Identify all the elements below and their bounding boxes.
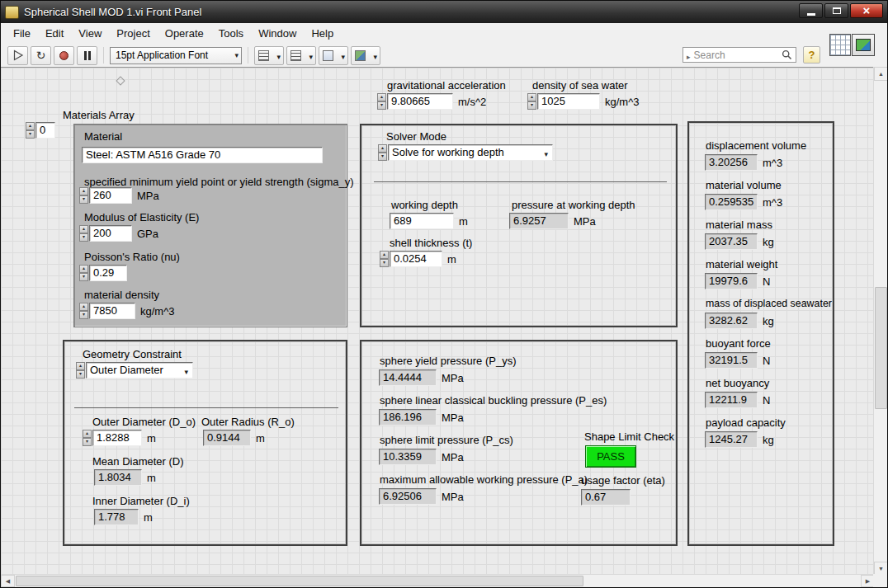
menu-view[interactable]: View	[71, 24, 109, 43]
material-name-value[interactable]: Steel: ASTM A516 Grade 70	[82, 147, 323, 163]
horizontal-scrollbar[interactable]: ◀ ▶	[1, 574, 875, 587]
array-index-spinner[interactable]	[26, 122, 35, 139]
payload-capacity-indicator: 1245.27 kg	[705, 431, 774, 448]
material-name-control[interactable]: Steel: ASTM A516 Grade 70	[82, 147, 323, 163]
solver-mode-spinner[interactable]	[378, 144, 387, 161]
outer-radius-unit: m	[256, 432, 265, 445]
vertical-scrollbar[interactable]: ▲ ▼	[873, 67, 887, 576]
solver-mode-ring[interactable]: Solve for working depth	[378, 144, 553, 161]
geometry-panel: Geometry Constraint Outer Diameter Outer…	[63, 340, 347, 546]
maximize-button[interactable]	[824, 3, 848, 18]
labview-front-panel-window: Spherical Shell MOD 1.vi Front Panel Fil…	[0, 0, 888, 588]
outer-diameter-spinner[interactable]	[83, 430, 92, 446]
gravity-value[interactable]: 9.80665	[387, 93, 453, 110]
arrow-left-icon: ◀	[6, 578, 10, 584]
distribute-objects-button[interactable]	[286, 46, 316, 65]
sigma-y-value[interactable]: 260	[89, 187, 132, 204]
working-depth-value[interactable]: 689	[390, 213, 454, 229]
arrow-up-icon: ▲	[878, 71, 884, 77]
outer-diameter-control[interactable]: 1.8288 m	[83, 430, 156, 446]
sigma-y-control[interactable]: 260 MPa	[79, 187, 159, 204]
search-scope-arrow-icon[interactable]	[687, 48, 691, 63]
material-volume-label: material volume	[706, 179, 782, 191]
poisson-value[interactable]: 0.29	[89, 265, 127, 281]
abort-button[interactable]	[54, 46, 74, 65]
solver-mode-value[interactable]: Solve for working depth	[388, 144, 553, 161]
modulus-spinner[interactable]	[79, 225, 88, 242]
modulus-label: Modulus of Elasticity (E)	[84, 211, 199, 223]
sigma-y-spinner[interactable]	[79, 187, 88, 204]
minimize-button[interactable]	[799, 3, 823, 18]
shell-thickness-label: shell thickness (t)	[390, 237, 472, 249]
context-help-button[interactable]: ?	[803, 46, 820, 64]
pause-button[interactable]	[77, 46, 97, 65]
buckling-pressure-indicator: 186.196 MPa	[379, 409, 464, 426]
font-selector[interactable]: 15pt Application Font	[110, 47, 242, 64]
front-panel-area: gravitational acceleration 9.80665 m/s^2…	[1, 67, 875, 576]
limit-pressure-indicator: 10.3359 MPa	[379, 449, 464, 465]
menu-operate[interactable]: Operate	[158, 24, 211, 43]
connector-pane-icon[interactable]	[829, 34, 851, 56]
poisson-control[interactable]: 0.29	[79, 265, 127, 281]
vi-icon-editor[interactable]	[852, 34, 875, 56]
vertical-scroll-thumb[interactable]	[875, 287, 887, 409]
inner-diameter-value: 1.778	[94, 509, 139, 525]
sea-water-spinner[interactable]	[527, 93, 536, 110]
scroll-up-button[interactable]: ▲	[874, 67, 888, 81]
materials-array-index[interactable]: 0	[26, 122, 55, 139]
search-icon	[782, 49, 792, 60]
geometry-constraint-value[interactable]: Outer Diameter	[86, 362, 193, 379]
run-continuous-button[interactable]	[31, 46, 51, 65]
material-density-value[interactable]: 7850	[89, 303, 135, 319]
outer-diameter-label: Outer Diameter (D_o)	[92, 416, 196, 428]
sea-water-value[interactable]: 1025	[537, 93, 600, 110]
pressure-results-panel: sphere yield pressure (P_ys) 14.4444 MPa…	[360, 340, 678, 546]
reorder-objects-button[interactable]	[351, 46, 380, 65]
dropdown-caret-icon	[544, 145, 548, 160]
geometry-constraint-ring[interactable]: Outer Diameter	[76, 362, 193, 379]
sigma-y-unit: MPa	[137, 190, 159, 202]
resize-objects-button[interactable]	[319, 46, 348, 65]
outer-radius-value: 0.9144	[203, 430, 251, 446]
scroll-left-button[interactable]: ◀	[1, 575, 15, 587]
menu-help[interactable]: Help	[304, 24, 341, 43]
search-box[interactable]: Search	[683, 47, 796, 63]
menu-project[interactable]: Project	[109, 24, 157, 43]
material-mass-unit: kg	[763, 236, 774, 248]
material-mass-indicator: 2037.35 kg	[705, 233, 774, 250]
solver-mode-label: Solver Mode	[386, 130, 446, 143]
shell-thickness-spinner[interactable]	[380, 251, 389, 267]
sea-water-control[interactable]: 1025 kg/m^3	[527, 93, 640, 110]
displacement-volume-label: displacement volume	[706, 139, 806, 152]
outer-radius-indicator: 0.9144 m	[203, 430, 265, 446]
material-density-control[interactable]: 7850 kg/m^3	[79, 303, 175, 319]
gravity-control[interactable]: 9.80665 m/s^2	[377, 93, 486, 110]
close-button[interactable]	[850, 3, 883, 18]
displacement-volume-indicator: 3.20256 m^3	[705, 154, 782, 171]
gravity-spinner[interactable]	[377, 93, 386, 110]
array-index-value[interactable]: 0	[35, 122, 55, 139]
menu-tools[interactable]: Tools	[211, 24, 251, 43]
payload-capacity-value: 1245.27	[705, 431, 758, 448]
outer-diameter-value[interactable]: 1.8288	[92, 430, 142, 446]
shell-thickness-value[interactable]: 0.0254	[390, 251, 442, 267]
poisson-spinner[interactable]	[79, 265, 88, 281]
run-button[interactable]	[7, 46, 28, 65]
menu-window[interactable]: Window	[251, 24, 304, 43]
menu-edit[interactable]: Edit	[38, 24, 71, 43]
menu-file[interactable]: File	[6, 24, 38, 43]
panel-origin-marker	[116, 76, 125, 85]
horizontal-scroll-thumb[interactable]	[16, 576, 583, 586]
buoyancy-results-panel: displacement volume 3.20256 m^3 material…	[687, 121, 834, 546]
outer-diameter-unit: m	[147, 432, 156, 445]
shell-thickness-control[interactable]: 0.0254 m	[380, 251, 456, 267]
working-depth-control[interactable]: 689 m	[390, 213, 468, 229]
modulus-control[interactable]: 200 GPa	[79, 225, 158, 242]
material-density-spinner[interactable]	[79, 303, 88, 319]
align-objects-button[interactable]	[254, 46, 284, 65]
geometry-constraint-spinner[interactable]	[76, 362, 85, 379]
displaced-seawater-value: 3282.62	[705, 313, 758, 329]
modulus-value[interactable]: 200	[89, 225, 132, 242]
material-weight-value: 19979.6	[705, 273, 758, 289]
search-input[interactable]: Search	[694, 49, 778, 61]
